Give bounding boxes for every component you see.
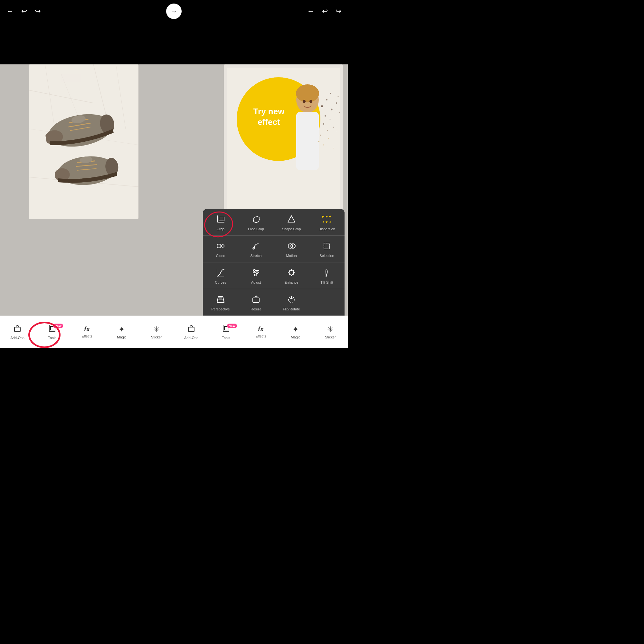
shape-crop-icon	[287, 213, 296, 225]
nav-add-ons[interactable]: Add-Ons	[0, 324, 35, 340]
shape-crop-label: Shape Crop	[282, 227, 301, 231]
selection-icon	[322, 240, 332, 252]
motion-tool[interactable]: Motion	[274, 236, 309, 262]
right-image-panel: Try new effect	[224, 64, 343, 219]
enhance-icon-svg	[287, 268, 296, 278]
redo-button[interactable]: ↪	[35, 7, 41, 15]
svg-line-74	[293, 275, 294, 275]
free-crop-icon	[251, 213, 261, 225]
nav-tools[interactable]: NEW Tools	[35, 324, 70, 340]
svg-marker-52	[288, 216, 295, 222]
undo-button[interactable]: ↩	[21, 7, 27, 15]
perspective-icon	[216, 294, 225, 305]
motion-icon	[287, 240, 296, 252]
empty-tool-slot	[309, 289, 345, 316]
nav-tools-2-label: Tools	[222, 336, 230, 340]
curves-icon-svg	[216, 268, 225, 278]
flip-rotate-tool[interactable]: Flip/Rotate	[274, 289, 309, 316]
bag-icon-svg	[13, 324, 22, 333]
stretch-icon	[251, 240, 261, 252]
svg-point-29	[303, 100, 306, 103]
sparkle-icon: ✦	[118, 325, 125, 334]
effect-svg: Try new effect	[227, 68, 340, 216]
undo2-button[interactable]: ↩	[322, 7, 328, 15]
tri1: ▶	[322, 215, 324, 218]
selection-label: Selection	[319, 254, 334, 258]
top-bar-center: →	[166, 4, 182, 19]
effects-icon-2: fx	[258, 326, 264, 333]
nav-effects[interactable]: fx Effects	[70, 326, 104, 338]
svg-point-39	[333, 127, 334, 128]
crop-icon-svg	[216, 214, 225, 224]
svg-point-44	[338, 96, 339, 97]
tilt-shift-label: Tilt Shift	[320, 280, 333, 284]
curves-tool[interactable]: Curves	[203, 262, 238, 289]
curves-label: Curves	[215, 280, 226, 284]
redo2-button[interactable]: ↪	[336, 7, 341, 15]
clone-icon	[216, 240, 225, 252]
svg-point-54	[222, 245, 224, 247]
tilt-shift-tool[interactable]: Tilt Shift	[309, 262, 345, 289]
shape-crop-tool[interactable]: Shape Crop	[274, 209, 309, 235]
shape-crop-icon-svg	[287, 214, 296, 224]
shoe-image	[29, 64, 138, 219]
dispersion-tool[interactable]: ▶ ▶ ▶ ▲ ▶ ▲ Dispersion	[309, 209, 345, 235]
enhance-tool[interactable]: Enhance	[274, 262, 309, 289]
back-arrow[interactable]: ←	[6, 7, 14, 15]
perspective-icon-svg	[216, 295, 225, 304]
nav-effects-2[interactable]: fx Effects	[243, 326, 278, 338]
resize-icon	[251, 294, 261, 305]
selection-icon-svg	[322, 241, 332, 251]
nav-magic-label: Magic	[117, 335, 126, 339]
adjust-tool[interactable]: Adjust	[238, 262, 274, 289]
top-bar-right: ← ↩ ↪	[307, 7, 341, 15]
tools-row-3: Curves Adjust	[203, 262, 345, 289]
tri3: ▶	[329, 215, 332, 218]
svg-point-49	[328, 138, 329, 139]
black-header-strip	[0, 23, 348, 64]
nav-magic[interactable]: ✦ Magic	[104, 325, 139, 339]
svg-line-76	[289, 275, 290, 275]
svg-point-66	[256, 272, 258, 274]
dispersion-icon: ▶ ▶ ▶ ▲ ▶ ▲	[322, 213, 332, 225]
tri2: ▶	[326, 215, 328, 218]
tilt-shift-icon	[322, 267, 332, 279]
nav-magic-2[interactable]: ✦ Magic	[278, 325, 313, 339]
center-action-button[interactable]: →	[166, 4, 182, 19]
perspective-tool[interactable]: Perspective	[203, 289, 238, 316]
nav-sticker[interactable]: ✳ Sticker	[139, 325, 174, 339]
sparkle-icon-2: ✦	[292, 325, 299, 334]
tri4: ▲	[322, 221, 325, 223]
svg-marker-85	[290, 297, 293, 299]
svg-point-34	[325, 115, 326, 117]
nav-effects-2-label: Effects	[255, 334, 266, 338]
svg-point-32	[326, 99, 327, 100]
selection-tool[interactable]: Selection	[309, 236, 345, 262]
svg-line-78	[217, 297, 218, 302]
tri5: ▶	[326, 220, 328, 223]
motion-label: Motion	[286, 254, 297, 258]
svg-point-67	[254, 274, 256, 276]
bottom-nav: Add-Ons NEW Tools fx Effects ✦ Magic ✳ S…	[0, 316, 348, 348]
resize-tool[interactable]: Resize	[238, 289, 274, 316]
perspective-label: Perspective	[211, 307, 230, 311]
svg-line-73	[289, 270, 290, 271]
flip-rotate-label: Flip/Rotate	[283, 307, 300, 311]
svg-point-36	[336, 102, 337, 104]
crop-tool[interactable]: Crop	[203, 209, 238, 235]
svg-rect-59	[324, 243, 330, 249]
free-crop-tool[interactable]: Free Crop	[238, 209, 274, 235]
adjust-icon	[251, 267, 261, 279]
svg-point-45	[320, 135, 321, 136]
nav-add-ons-2[interactable]: Add-Ons	[174, 324, 209, 340]
nav-sticker-label: Sticker	[151, 335, 162, 339]
effect-image: Try new effect	[227, 68, 340, 216]
nav-sticker-2[interactable]: ✳ Sticker	[313, 325, 348, 339]
crop-icon	[216, 213, 225, 225]
free-crop-label: Free Crop	[248, 227, 264, 231]
stretch-tool[interactable]: Stretch	[238, 236, 274, 262]
clone-tool[interactable]: Clone	[203, 236, 238, 262]
nav-tools-2[interactable]: NEW Tools	[209, 324, 243, 340]
nav-effects-label: Effects	[81, 334, 92, 338]
forward-arrow[interactable]: ←	[307, 7, 314, 15]
